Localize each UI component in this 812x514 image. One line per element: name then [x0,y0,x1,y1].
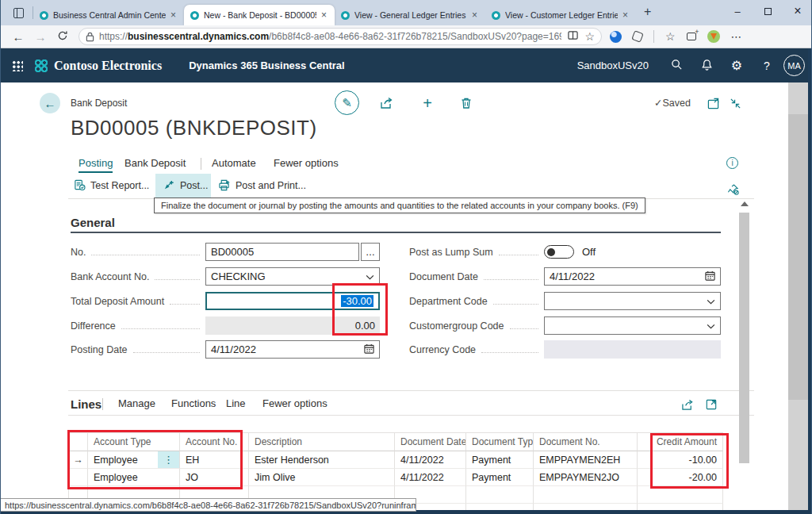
favorites-icon[interactable]: ☆ [665,30,676,43]
add-favorite-icon[interactable]: ☆ [584,30,595,43]
tab-posting[interactable]: Posting [79,157,113,173]
test-report-button[interactable]: Test Report... [74,179,149,191]
focus-mode-button[interactable] [705,95,721,111]
cell-document-date[interactable]: 4/11/2022 [395,451,466,469]
settings-menu-icon[interactable]: ⋯ [731,30,743,43]
tab-close-icon[interactable]: × [470,10,479,21]
cell-document-date[interactable]: 4/11/2022 [395,469,466,486]
new-record-button[interactable]: + [419,95,435,111]
lines-menu-fewer-options[interactable]: Fewer options [262,397,327,409]
calendar-icon[interactable] [364,343,374,356]
cell-document-type[interactable]: Payment [466,451,534,469]
lines-menu-line[interactable]: Line [226,397,246,409]
collapse-button[interactable] [727,95,743,111]
lines-heading[interactable]: Lines [71,397,102,411]
row-options-icon[interactable]: ⋮ [158,451,179,468]
tab-automate[interactable]: Automate [212,157,256,169]
page-back-button[interactable]: ← [40,93,60,113]
tab-close-icon[interactable]: × [320,10,328,21]
column-header-description[interactable]: Description [249,433,395,451]
chevron-down-icon[interactable] [707,295,715,307]
cell-credit-amount[interactable]: -20.00 [638,469,723,486]
bank-account-no-field[interactable]: CHECKING [205,267,380,286]
browser-tab-customer-ledger[interactable]: View - Customer Ledger Entries × [485,5,636,25]
posting-date-field[interactable]: 4/11/2022 [205,340,380,359]
cell-description[interactable]: Jim Olive [249,469,395,486]
maximize-button[interactable] [753,0,783,22]
pizza-extension-icon[interactable] [707,30,720,43]
row-selector[interactable] [68,469,88,486]
lines-open-in-new-window-button[interactable] [703,397,719,412]
column-header-document-date[interactable]: Document Date [395,433,466,451]
breadcrumb[interactable]: Bank Deposit [71,98,127,109]
info-icon[interactable]: i [726,157,738,169]
chevron-down-icon[interactable] [366,270,374,282]
tab-close-icon[interactable]: × [169,10,178,21]
forward-icon[interactable]: → [29,30,52,44]
notifications-bell-icon[interactable] [691,59,722,73]
post-button[interactable]: Post... [163,179,208,191]
user-avatar[interactable]: MA [783,55,805,76]
calendar-icon[interactable] [705,270,715,283]
share-button[interactable] [379,95,395,111]
column-header-account-type[interactable]: Account Type [88,433,180,451]
environment-name[interactable]: SandboxUSv20 [577,59,649,71]
browser-scrollbar-thumb[interactable] [788,114,808,400]
refresh-icon[interactable] [52,30,74,44]
lines-share-button[interactable] [680,397,695,412]
post-as-lump-sum-toggle[interactable] [544,245,574,259]
cell-document-no[interactable]: EMPPAYMEN2JO [534,469,638,486]
vertical-tabs-button[interactable] [9,3,28,22]
cell-description[interactable]: Ester Henderson [249,451,395,469]
help-icon[interactable]: ? [752,59,782,72]
lines-menu-manage[interactable]: Manage [118,397,155,409]
column-header-account-no[interactable]: Account No. [180,433,249,451]
no-assist-button[interactable]: … [361,243,380,261]
column-header-credit-amount[interactable]: Credit Amount [638,433,723,451]
department-code-field[interactable] [544,292,721,310]
edit-pencil-button[interactable]: ✎ [335,90,359,115]
new-tab-button[interactable]: + [644,5,651,19]
browser-tab-admin-center[interactable]: Business Central Admin Center × [33,5,184,25]
post-and-print-button[interactable]: Post and Print... [218,179,306,191]
browser-essentials-icon[interactable] [610,31,622,43]
general-heading[interactable]: General [71,216,115,229]
column-header-document-no[interactable]: Document No. [534,433,638,451]
cell-credit-amount[interactable]: -10.00 [638,451,723,469]
scroll-up-arrow[interactable] [741,201,749,206]
collections-icon[interactable] [687,33,696,40]
minimize-button[interactable]: – [722,0,753,22]
total-deposit-amount-field[interactable]: -30.00 [205,292,380,310]
empty-cell[interactable] [638,486,723,504]
tab-fewer-options[interactable]: Fewer options [274,157,339,169]
content-scrollbar[interactable] [737,201,752,511]
document-date-field[interactable]: 4/11/2022 [544,267,721,286]
cell-account-type[interactable]: Employee ⋮ [88,451,180,469]
split-screen-icon[interactable] [568,29,578,44]
tab-bank-deposit[interactable]: Bank Deposit [124,157,186,169]
back-icon[interactable]: ← [7,30,29,44]
search-icon[interactable] [661,59,691,73]
browser-scrollbar[interactable] [788,82,808,510]
empty-cell[interactable] [466,486,534,504]
empty-cell[interactable] [534,486,638,504]
cell-account-type[interactable]: Employee [88,469,180,486]
no-field[interactable]: BD00005 [205,243,359,261]
cell-document-no[interactable]: EMPPAYMEN2EH [534,451,638,469]
settings-gear-icon[interactable]: ⚙ [722,58,752,73]
app-launcher-icon[interactable] [12,60,23,71]
browser-tab-bank-deposit[interactable]: New - Bank Deposit - BD00005 ( × [184,5,335,25]
pin-icon[interactable] [725,181,741,197]
browser-tab-general-ledger[interactable]: View - General Ledger Entries - 1 × [335,5,485,25]
cell-document-type[interactable]: Payment [466,469,534,486]
cell-account-no[interactable]: JO [180,469,249,486]
scrollbar-thumb[interactable] [739,213,749,463]
column-header-document-type[interactable]: Document Type [466,433,534,451]
delete-button[interactable] [458,95,474,111]
tab-close-icon[interactable]: × [621,10,630,21]
cell-account-no[interactable]: EH [180,451,249,469]
lines-menu-functions[interactable]: Functions [171,397,216,409]
url-field[interactable]: https://businesscentral.dynamics.com/b6b… [79,28,602,45]
customergroup-code-field[interactable] [544,316,721,335]
company-name[interactable]: Contoso Electronics [54,59,162,73]
